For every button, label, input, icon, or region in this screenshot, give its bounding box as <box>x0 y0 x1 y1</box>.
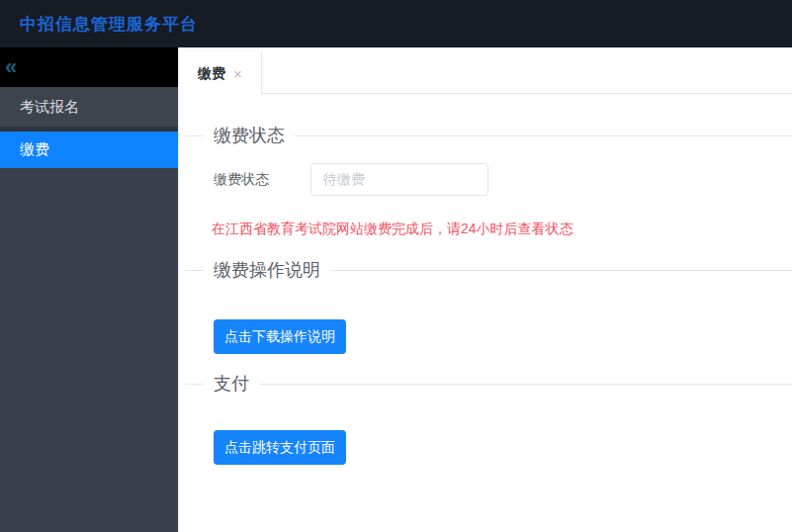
instructions-heading: 缴费操作说明 <box>204 258 330 282</box>
section-heading-pay: 支付 <box>179 371 792 397</box>
payment-status-heading: 缴费状态 <box>204 124 295 147</box>
tab-payment[interactable]: 缴费 × <box>179 52 262 95</box>
divider-line <box>185 135 204 136</box>
sidebar-item-label: 考试报名 <box>20 98 79 117</box>
section-heading-instructions: 缴费操作说明 <box>179 257 792 283</box>
payment-status-input[interactable] <box>310 163 488 196</box>
divider-line <box>330 270 792 271</box>
section-heading-payment-status: 缴费状态 <box>179 123 792 148</box>
tab-close-icon[interactable]: × <box>233 66 242 81</box>
sidebar-collapse-strip: « <box>0 47 178 87</box>
collapse-sidebar-icon[interactable]: « <box>5 56 17 78</box>
sidebar-item-payment[interactable]: 缴费 <box>0 132 178 168</box>
top-bar: 中招信息管理服务平台 <box>0 0 792 47</box>
app-title: 中招信息管理服务平台 <box>20 13 198 36</box>
divider-line <box>295 135 792 136</box>
payment-notice-text: 在江西省教育考试院网站缴费完成后，请24小时后查看状态 <box>212 221 792 237</box>
sidebar-background <box>0 168 178 532</box>
content-area: 缴费 × 缴费状态 缴费状态 在江西省教育考试院网站缴费完成后，请24小时后查看… <box>178 47 792 532</box>
divider-line <box>259 384 792 385</box>
tab-payment-label: 缴费 <box>198 65 225 83</box>
go-to-payment-button[interactable]: 点击跳转支付页面 <box>214 430 346 465</box>
download-instructions-button[interactable]: 点击下载操作说明 <box>214 319 346 354</box>
divider-line <box>185 384 204 385</box>
pay-heading: 支付 <box>204 372 259 396</box>
payment-status-label: 缴费状态 <box>214 171 283 189</box>
divider-line <box>185 270 204 271</box>
tab-bar: 缴费 × <box>179 47 792 94</box>
payment-status-form-row: 缴费状态 <box>214 163 792 196</box>
sidebar-item-label: 缴费 <box>20 140 49 159</box>
main-panel: 缴费状态 缴费状态 在江西省教育考试院网站缴费完成后，请24小时后查看状态 缴费… <box>179 123 792 465</box>
sidebar: « 考试报名 缴费 <box>0 47 178 532</box>
sidebar-item-exam-registration[interactable]: 考试报名 <box>0 87 178 127</box>
